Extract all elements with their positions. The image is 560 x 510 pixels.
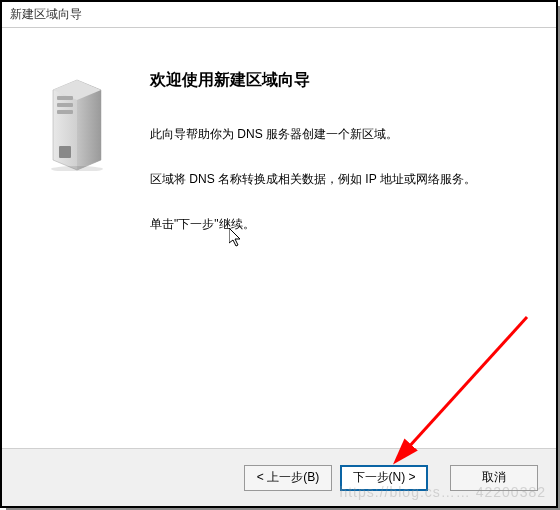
svg-point-7 bbox=[51, 166, 103, 171]
wizard-paragraph-1: 此向导帮助你为 DNS 服务器创建一个新区域。 bbox=[150, 125, 532, 144]
svg-rect-4 bbox=[57, 103, 73, 107]
wizard-heading: 欢迎使用新建区域向导 bbox=[150, 70, 532, 91]
wizard-paragraph-2: 区域将 DNS 名称转换成相关数据，例如 IP 地址或网络服务。 bbox=[150, 170, 532, 189]
wizard-text-panel: 欢迎使用新建区域向导 此向导帮助你为 DNS 服务器创建一个新区域。 区域将 D… bbox=[132, 64, 532, 428]
cancel-button[interactable]: 取消 bbox=[450, 465, 538, 491]
wizard-button-bar: < 上一步(B) 下一步(N) > 取消 bbox=[2, 448, 556, 506]
next-button[interactable]: 下一步(N) > bbox=[340, 465, 428, 491]
titlebar: 新建区域向导 bbox=[2, 2, 556, 28]
back-button[interactable]: < 上一步(B) bbox=[244, 465, 332, 491]
wizard-paragraph-3: 单击"下一步"继续。 bbox=[150, 215, 532, 234]
svg-rect-5 bbox=[57, 110, 73, 114]
wizard-image-panel bbox=[22, 64, 132, 428]
wizard-content: 欢迎使用新建区域向导 此向导帮助你为 DNS 服务器创建一个新区域。 区域将 D… bbox=[2, 28, 556, 448]
svg-rect-3 bbox=[57, 96, 73, 100]
window-title: 新建区域向导 bbox=[10, 6, 82, 23]
svg-rect-6 bbox=[59, 146, 71, 158]
server-tower-icon bbox=[47, 76, 107, 171]
